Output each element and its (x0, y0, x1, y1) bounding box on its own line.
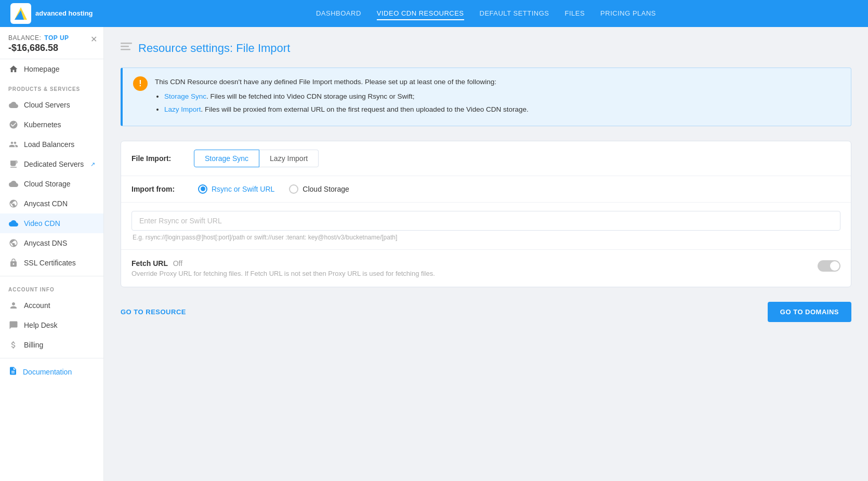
external-link-icon: ↗ (90, 161, 95, 168)
nav-dashboard[interactable]: DASHBOARD (316, 7, 361, 20)
import-from-row: Import from: Rsync or Swift URL Cloud St… (121, 176, 851, 203)
sidebar-item-anycast-cdn[interactable]: Anycast CDN (0, 194, 103, 213)
sidebar-item-cloud-storage[interactable]: Cloud Storage (0, 174, 103, 194)
sidebar-divider (0, 276, 103, 276)
fetch-url-label: Fetch URL (131, 259, 168, 268)
go-to-resource-button[interactable]: GO TO RESOURCE (121, 308, 186, 316)
alert-list-item-1: Storage Sync. Files will be fetched into… (164, 91, 529, 102)
products-section-label: PRODUCTS & SERVICES (0, 79, 103, 95)
sidebar-divider-2 (0, 358, 103, 358)
sidebar-label-account: Account (24, 301, 50, 310)
page-header-icon (121, 43, 132, 55)
nav-links: DASHBOARD VIDEO CDN RESOURCES DEFAULT SE… (114, 7, 858, 20)
sidebar-item-video-cdn[interactable]: Video CDN (0, 213, 103, 233)
doc-icon (8, 366, 18, 377)
file-import-card: File Import: Storage Sync Lazy Import Im… (121, 141, 851, 287)
sidebar-label-anycast-cdn: Anycast CDN (24, 199, 68, 208)
account-icon (8, 300, 19, 311)
close-icon[interactable]: ✕ (90, 34, 98, 44)
ssl-icon (8, 258, 19, 268)
radio-cloud-option[interactable]: Cloud Storage (289, 184, 349, 194)
sidebar-item-help-desk[interactable]: Help Desk (0, 315, 103, 335)
radio-rsync-btn[interactable] (198, 184, 207, 194)
radio-cloud-btn[interactable] (289, 184, 298, 194)
sidebar-item-anycast-dns[interactable]: Anycast DNS (0, 233, 103, 253)
tab-lazy-import[interactable]: Lazy Import (259, 150, 319, 167)
radio-cloud-label: Cloud Storage (303, 185, 349, 193)
alert-item-2-desc: . Files will be proxied from external UR… (201, 105, 529, 113)
url-input-wrapper: E.g. rsync://[login:pass@]host[:port]/pa… (121, 203, 851, 250)
sidebar-item-billing[interactable]: Billing (0, 335, 103, 355)
cloud-servers-icon (8, 100, 19, 110)
balance-amount: -$16,686.58 (8, 43, 95, 54)
fetch-url-description: Override Proxy URL for fetching files. I… (131, 270, 812, 277)
logo-icon (10, 3, 31, 24)
sidebar-item-homepage[interactable]: Homepage (0, 59, 103, 79)
page-title-dynamic: File Import (236, 42, 290, 55)
svg-rect-3 (121, 43, 132, 44)
billing-icon (8, 340, 19, 350)
radio-rsync-label: Rsync or Swift URL (212, 185, 274, 193)
anycast-dns-icon (8, 238, 19, 248)
documentation-link[interactable]: Documentation (0, 362, 103, 382)
tab-storage-sync[interactable]: Storage Sync (194, 150, 259, 167)
home-icon (8, 64, 19, 74)
account-section-label: ACCOUNT INFO (0, 279, 103, 296)
nav-video-cdn-resources[interactable]: VIDEO CDN RESOURCES (377, 7, 464, 20)
dedicated-servers-icon (8, 159, 19, 169)
sidebar-label-dedicated-servers: Dedicated Servers (24, 160, 84, 168)
balance-label: BALANCE: (8, 34, 41, 42)
sidebar-label-help-desk: Help Desk (24, 321, 58, 329)
sidebar-item-load-balancers[interactable]: Load Balancers (0, 135, 103, 154)
alert-box: ! This CDN Resource doesn't have any def… (121, 68, 851, 126)
nav-default-settings[interactable]: DEFAULT SETTINGS (480, 7, 549, 20)
sidebar-item-dedicated-servers[interactable]: Dedicated Servers ↗ (0, 154, 103, 174)
sidebar-item-account[interactable]: Account (0, 296, 103, 315)
sidebar-label-cloud-storage: Cloud Storage (24, 180, 71, 188)
sidebar-item-ssl-certificates[interactable]: SSL Certificates (0, 253, 103, 273)
svg-rect-5 (121, 49, 130, 50)
go-to-domains-button[interactable]: GO TO DOMAINS (768, 302, 851, 322)
kubernetes-icon (8, 119, 19, 130)
bottom-actions: GO TO RESOURCE GO TO DOMAINS (121, 300, 851, 322)
file-import-tabs: Storage Sync Lazy Import (194, 150, 319, 167)
main-content: Resource settings: File Import ! This CD… (104, 27, 868, 481)
fetch-url-toggle[interactable] (818, 260, 840, 272)
main-layout: BALANCE: TOP UP ✕ -$16,686.58 Homepage P… (0, 27, 868, 481)
sidebar: BALANCE: TOP UP ✕ -$16,686.58 Homepage P… (0, 27, 104, 481)
sidebar-item-cloud-servers[interactable]: Cloud Servers (0, 95, 103, 115)
url-hint: E.g. rsync://[login:pass@]host[:port]/pa… (131, 234, 840, 241)
sidebar-label-anycast-dns: Anycast DNS (24, 239, 67, 247)
video-cdn-icon (8, 218, 19, 229)
storage-sync-link[interactable]: Storage Sync (164, 92, 206, 100)
balance-area: BALANCE: TOP UP ✕ -$16,686.58 (0, 27, 103, 59)
url-input[interactable] (131, 211, 840, 231)
load-balancers-icon (8, 139, 19, 150)
sidebar-label-cloud-servers: Cloud Servers (24, 101, 70, 109)
fetch-url-row: Fetch URL Off Override Proxy URL for fet… (121, 250, 851, 287)
file-import-label: File Import: (131, 154, 183, 163)
anycast-cdn-icon (8, 198, 19, 209)
sidebar-label-billing: Billing (24, 341, 43, 349)
lazy-import-link[interactable]: Lazy Import (164, 105, 201, 113)
page-header: Resource settings: File Import (121, 42, 851, 55)
svg-rect-4 (121, 46, 129, 47)
sidebar-item-kubernetes[interactable]: Kubernetes (0, 115, 103, 135)
fetch-url-status: Off (173, 259, 182, 268)
nav-files[interactable]: FILES (564, 7, 585, 20)
sidebar-label-load-balancers: Load Balancers (24, 140, 74, 149)
radio-rsync-option[interactable]: Rsync or Swift URL (198, 184, 274, 194)
alert-list-item-2: Lazy Import. Files will be proxied from … (164, 104, 529, 115)
import-from-label: Import from: (131, 185, 183, 193)
fetch-url-info: Fetch URL Off Override Proxy URL for fet… (131, 259, 812, 277)
nav-pricing-plans[interactable]: PRICING PLANS (600, 7, 656, 20)
sidebar-label-video-cdn: Video CDN (24, 219, 60, 228)
help-desk-icon (8, 320, 19, 330)
alert-main-text: This CDN Resource doesn't have any defin… (155, 78, 496, 86)
file-import-row: File Import: Storage Sync Lazy Import (121, 141, 851, 176)
alert-content: This CDN Resource doesn't have any defin… (155, 76, 529, 117)
sidebar-label-kubernetes: Kubernetes (24, 121, 61, 129)
alert-list: Storage Sync. Files will be fetched into… (155, 91, 529, 115)
top-up-link[interactable]: TOP UP (44, 34, 69, 42)
alert-item-1-desc: . Files will be fetched into Video CDN s… (206, 92, 414, 100)
